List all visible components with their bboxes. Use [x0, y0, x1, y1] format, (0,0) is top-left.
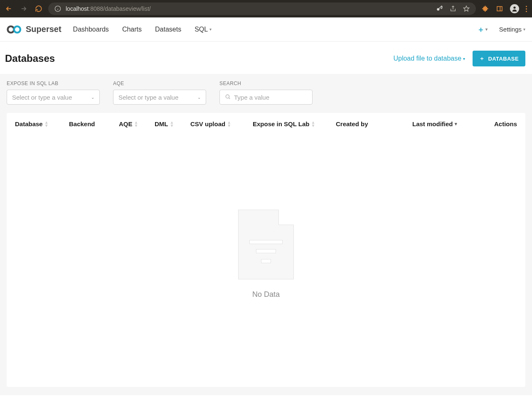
browser-nav-controls [5, 5, 42, 12]
sort-icon: ▲▼ [227, 121, 231, 127]
empty-document-icon [238, 210, 294, 279]
col-expose-sql-lab[interactable]: Expose in SQL Lab▲▼ [253, 120, 336, 127]
svg-point-8 [8, 26, 14, 32]
upload-file-label: Upload file to database [393, 55, 461, 62]
filter-search: SEARCH [219, 81, 313, 105]
svg-point-3 [437, 8, 439, 11]
col-csv-upload[interactable]: CSV upload▲▼ [190, 120, 253, 127]
content-area: Database▲▼ Backend AQE▲▼ DML▲▼ CSV uploa… [0, 113, 532, 395]
col-dml[interactable]: DML▲▼ [155, 120, 190, 127]
settings-label: Settings [499, 26, 522, 33]
sort-icon: ▲▼ [311, 121, 315, 127]
col-database[interactable]: Database▲▼ [15, 120, 69, 127]
col-aqe[interactable]: AQE▲▼ [119, 120, 155, 127]
header-actions: Upload file to database ▾ ＋ DATABASE [393, 51, 525, 66]
chevron-down-icon: ⌄ [91, 95, 94, 100]
browser-right-controls [482, 4, 527, 13]
select-placeholder: Select or type a value [12, 94, 72, 101]
table-header-row: Database▲▼ Backend AQE▲▼ DML▲▼ CSV uploa… [7, 113, 525, 135]
page-title: Databases [5, 53, 55, 64]
settings-menu[interactable]: Settings▾ [499, 26, 525, 33]
svg-marker-4 [463, 6, 469, 11]
nav-dashboards[interactable]: Dashboards [73, 26, 109, 33]
nav-charts[interactable]: Charts [122, 26, 142, 33]
panel-icon[interactable] [496, 5, 503, 12]
back-icon[interactable] [5, 5, 12, 12]
empty-state-text: No Data [252, 290, 280, 299]
url-bar[interactable]: localhost:8088/databaseview/list/ [48, 2, 476, 15]
url-text: localhost:8088/databaseview/list/ [66, 5, 151, 12]
svg-point-9 [14, 26, 20, 32]
chevron-down-icon: ▾ [463, 56, 465, 61]
svg-point-7 [513, 7, 515, 9]
empty-state: No Data [7, 135, 525, 299]
nav-charts-label: Charts [122, 26, 142, 33]
nav-sql-label: SQL [195, 26, 208, 33]
share-icon[interactable] [449, 5, 457, 12]
svg-rect-5 [497, 7, 502, 11]
filter-aqe: AQE Select or type a value ⌄ [113, 81, 206, 105]
kebab-menu-icon[interactable] [526, 6, 527, 12]
star-icon[interactable] [463, 5, 470, 12]
filter-expose-select[interactable]: Select or type a value ⌄ [7, 90, 100, 105]
sort-icon: ▲▼ [170, 121, 174, 127]
search-input[interactable] [234, 94, 307, 101]
extensions-icon[interactable] [482, 5, 489, 12]
brand-logo[interactable]: Superset [7, 24, 62, 34]
filter-expose-label: EXPOSE IN SQL LAB [7, 81, 100, 86]
col-aqe-label: AQE [119, 120, 133, 127]
sort-icon: ▲▼ [44, 121, 49, 127]
col-actions-label: Actions [494, 120, 517, 127]
brand-name: Superset [26, 24, 62, 34]
svg-point-10 [226, 95, 229, 98]
key-icon[interactable] [436, 5, 443, 12]
main-nav-links: Dashboards Charts Datasets SQL▾ [73, 26, 212, 33]
add-database-button[interactable]: ＋ DATABASE [473, 51, 525, 66]
filter-search-label: SEARCH [219, 81, 313, 86]
chevron-down-icon: ▾ [485, 27, 488, 32]
search-icon [225, 94, 231, 101]
col-last-modified[interactable]: Last modified ▾ [412, 120, 487, 127]
url-host: localhost [66, 5, 89, 12]
page-header: Databases Upload file to database ▾ ＋ DA… [0, 42, 532, 74]
nav-right: ＋▾ Settings▾ [477, 24, 525, 34]
select-placeholder: Select or type a value [118, 94, 178, 101]
profile-avatar[interactable] [510, 4, 519, 13]
filter-search-box[interactable] [219, 90, 313, 105]
filter-aqe-label: AQE [113, 81, 206, 86]
database-list-panel: Database▲▼ Backend AQE▲▼ DML▲▼ CSV uploa… [7, 113, 525, 387]
svg-line-11 [229, 98, 230, 99]
plus-icon: ＋ [477, 24, 485, 34]
col-actions: Actions [494, 120, 517, 127]
chevron-down-icon: ⌄ [197, 95, 201, 100]
browser-chrome: localhost:8088/databaseview/list/ [0, 0, 532, 17]
col-database-label: Database [15, 120, 43, 127]
add-database-label: DATABASE [488, 56, 519, 62]
superset-logo-icon [7, 25, 22, 34]
chevron-down-icon: ▾ [209, 27, 212, 32]
filter-bar: EXPOSE IN SQL LAB Select or type a value… [0, 74, 532, 113]
nav-datasets-label: Datasets [155, 26, 181, 33]
forward-icon[interactable] [20, 5, 27, 12]
upload-file-link[interactable]: Upload file to database ▾ [393, 55, 465, 62]
add-new-button[interactable]: ＋▾ [477, 24, 488, 34]
nav-datasets[interactable]: Datasets [155, 26, 181, 33]
chevron-down-icon: ▾ [523, 27, 525, 32]
col-csv-label: CSV upload [190, 120, 225, 127]
reload-icon[interactable] [35, 5, 42, 12]
site-info-icon[interactable] [54, 5, 62, 12]
col-expose-label: Expose in SQL Lab [253, 120, 309, 127]
nav-dashboards-label: Dashboards [73, 26, 109, 33]
col-dml-label: DML [155, 120, 168, 127]
sort-icon: ▲▼ [134, 121, 138, 127]
app-nav: Superset Dashboards Charts Datasets SQL▾… [0, 17, 532, 42]
col-created-by: Created by [336, 120, 412, 127]
filter-expose-sql: EXPOSE IN SQL LAB Select or type a value… [7, 81, 100, 105]
col-backend-label: Backend [69, 120, 95, 127]
col-backend: Backend [69, 120, 119, 127]
sort-desc-icon: ▾ [455, 121, 457, 127]
col-modified-label: Last modified [412, 120, 453, 127]
nav-sql[interactable]: SQL▾ [195, 26, 212, 33]
filter-aqe-select[interactable]: Select or type a value ⌄ [113, 90, 206, 105]
plus-icon: ＋ [479, 55, 485, 62]
